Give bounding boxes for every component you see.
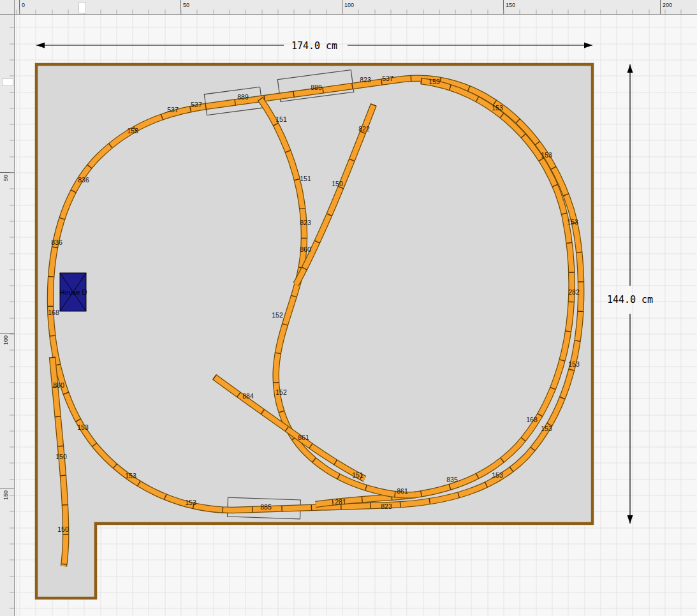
track-part-label: 152 bbox=[272, 311, 283, 319]
track-part-label: 153 bbox=[429, 78, 440, 85]
track-part-label: 153 bbox=[541, 151, 552, 159]
track-part-label: 153 bbox=[492, 471, 503, 479]
track-part-label: 168 bbox=[48, 309, 59, 316]
track-part-label: 860 bbox=[53, 381, 64, 389]
track-part-label: 861 bbox=[397, 487, 408, 495]
track-part-label: 836 bbox=[51, 238, 62, 246]
arrow-left-icon bbox=[36, 43, 45, 48]
dimension-width: 174.0 cm bbox=[36, 40, 592, 52]
track-part-label: 836 bbox=[78, 176, 89, 184]
house-d[interactable]: House D bbox=[60, 273, 87, 311]
track-part-label: 861 bbox=[298, 434, 309, 441]
track-part-label: 150 bbox=[332, 180, 343, 187]
arrow-up-icon bbox=[627, 64, 633, 73]
track-part-label: 151 bbox=[300, 175, 311, 182]
ruler-tick-label: 150 bbox=[0, 488, 14, 488]
track-part-label: 537 bbox=[167, 106, 179, 114]
ruler-horizontal: 050100150200 bbox=[0, 0, 697, 15]
track-part-label: 153 bbox=[567, 218, 578, 226]
ruler-tick-label: 200 bbox=[660, 0, 661, 14]
ruler-tick-label: 150 bbox=[503, 0, 504, 14]
baseboard[interactable] bbox=[36, 64, 592, 598]
cursor-position-marker-horizontal bbox=[78, 2, 86, 13]
ruler-corner bbox=[0, 0, 15, 15]
track-part-label: 889 bbox=[311, 84, 322, 91]
track-part-label: 885 bbox=[260, 503, 272, 511]
track-part-label: 884 bbox=[242, 392, 254, 400]
track-part-label: 889 bbox=[237, 93, 249, 101]
track-part-label: 151 bbox=[352, 471, 363, 479]
ruler-tick-label: 50 bbox=[0, 172, 14, 173]
track-part-label: 835 bbox=[446, 476, 458, 483]
track-part-label: 281 bbox=[335, 498, 346, 506]
ruler-tick-label: 50 bbox=[180, 0, 181, 14]
house-label: House D bbox=[60, 288, 87, 296]
plan-canvas[interactable]: House D 174.0 cm 144.0 cm 53753788988982… bbox=[0, 0, 697, 616]
track-part-label: 150 bbox=[55, 453, 67, 460]
ruler-vertical: 50100150 bbox=[0, 0, 15, 616]
track-part-label: 822 bbox=[358, 125, 370, 133]
track-part-label: 152 bbox=[275, 388, 287, 396]
track-part-label: 153 bbox=[77, 423, 89, 431]
track-part-label: 823 bbox=[300, 219, 311, 226]
width-dimension-label: 174.0 cm bbox=[291, 40, 337, 52]
track-part-label: 151 bbox=[275, 115, 287, 123]
cursor-position-marker-vertical bbox=[2, 78, 13, 86]
track-part-label: 537 bbox=[191, 101, 202, 108]
track-part-label: 150 bbox=[57, 525, 69, 533]
ruler-tick-label: 100 bbox=[342, 0, 342, 14]
track-part-label: 282 bbox=[568, 288, 580, 296]
track-part-label: 153 bbox=[125, 472, 136, 480]
track-part-label: 153 bbox=[127, 127, 138, 135]
track-part-label: 153 bbox=[185, 499, 196, 506]
track-part-label: 153 bbox=[492, 104, 503, 112]
track-part-label: 823 bbox=[360, 76, 371, 84]
dimension-height: 144.0 cm bbox=[607, 64, 653, 524]
height-dimension-label: 144.0 cm bbox=[607, 294, 653, 305]
track-part-label: 537 bbox=[382, 75, 393, 82]
track-part-label: 168 bbox=[526, 416, 538, 423]
track-part-label: 153 bbox=[568, 360, 580, 368]
track-part-label: 823 bbox=[381, 502, 392, 510]
arrow-down-icon bbox=[627, 515, 633, 524]
arrow-right-icon bbox=[584, 43, 592, 48]
layout-drawing: House D 174.0 cm 144.0 cm 53753788988982… bbox=[0, 0, 697, 616]
ruler-tick-label: 0 bbox=[19, 0, 20, 14]
track-part-label: 860 bbox=[300, 246, 311, 253]
track-part-label: 153 bbox=[541, 425, 552, 432]
ruler-tick-label: 100 bbox=[0, 333, 14, 334]
